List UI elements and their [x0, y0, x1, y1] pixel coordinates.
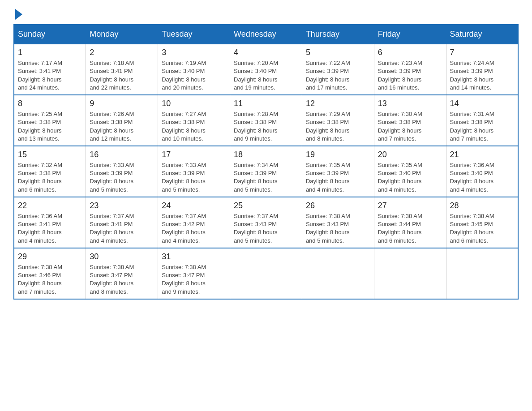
day-sunset: Sunset: 3:41 PM — [18, 221, 61, 227]
day-daylight-line2: and 17 minutes. — [306, 84, 348, 91]
day-daylight-line2: and 8 minutes. — [306, 135, 344, 142]
weekday-tuesday: Tuesday — [158, 25, 230, 44]
day-daylight-line1: Daylight: 8 hours — [162, 178, 206, 184]
day-number: 30 — [90, 251, 154, 262]
day-daylight-line1: Daylight: 8 hours — [378, 229, 422, 235]
day-daylight-line1: Daylight: 8 hours — [162, 229, 206, 235]
calendar-cell: 6 Sunrise: 7:23 AM Sunset: 3:39 PM Dayli… — [374, 44, 446, 95]
day-number: 23 — [90, 200, 154, 211]
day-sunrise: Sunrise: 7:26 AM — [90, 111, 134, 117]
weekday-sunday: Sunday — [14, 25, 86, 44]
day-daylight-line2: and 10 minutes. — [162, 135, 203, 142]
day-number: 26 — [306, 200, 370, 211]
day-number: 12 — [306, 98, 370, 109]
day-sunrise: Sunrise: 7:33 AM — [162, 162, 206, 168]
day-number: 11 — [234, 98, 298, 109]
day-sunrise: Sunrise: 7:31 AM — [450, 111, 494, 117]
day-sunset: Sunset: 3:42 PM — [162, 221, 205, 227]
calendar-cell: 31 Sunrise: 7:38 AM Sunset: 3:47 PM Dayl… — [158, 248, 230, 299]
day-number: 21 — [450, 149, 514, 160]
day-sunrise: Sunrise: 7:38 AM — [378, 213, 422, 219]
day-sunset: Sunset: 3:38 PM — [18, 170, 61, 176]
weekday-monday: Monday — [86, 25, 158, 44]
week-row-4: 22 Sunrise: 7:36 AM Sunset: 3:41 PM Dayl… — [14, 197, 518, 248]
day-sunset: Sunset: 3:38 PM — [18, 119, 61, 125]
day-sunrise: Sunrise: 7:38 AM — [18, 264, 62, 270]
calendar-cell: 10 Sunrise: 7:27 AM Sunset: 3:38 PM Dayl… — [158, 95, 230, 146]
day-number: 7 — [450, 47, 514, 58]
day-daylight-line2: and 7 minutes. — [378, 135, 416, 142]
day-sunrise: Sunrise: 7:33 AM — [90, 162, 134, 168]
day-daylight-line2: and 14 minutes. — [450, 84, 492, 91]
day-sunset: Sunset: 3:38 PM — [234, 119, 277, 125]
day-number: 6 — [378, 47, 442, 58]
day-daylight-line1: Daylight: 8 hours — [18, 127, 62, 134]
day-daylight-line2: and 7 minutes. — [450, 135, 488, 142]
day-daylight-line2: and 9 minutes. — [162, 288, 200, 295]
day-sunrise: Sunrise: 7:28 AM — [234, 111, 278, 117]
calendar-cell: 4 Sunrise: 7:20 AM Sunset: 3:40 PM Dayli… — [230, 44, 302, 95]
day-sunset: Sunset: 3:38 PM — [90, 119, 133, 125]
day-sunset: Sunset: 3:39 PM — [306, 170, 349, 176]
day-daylight-line1: Daylight: 8 hours — [378, 76, 422, 83]
day-sunrise: Sunrise: 7:22 AM — [306, 60, 350, 66]
week-row-1: 1 Sunrise: 7:17 AM Sunset: 3:41 PM Dayli… — [14, 44, 518, 95]
calendar-cell: 22 Sunrise: 7:36 AM Sunset: 3:41 PM Dayl… — [14, 197, 86, 248]
weekday-header-row: SundayMondayTuesdayWednesdayThursdayFrid… — [14, 25, 518, 44]
day-sunrise: Sunrise: 7:30 AM — [378, 111, 422, 117]
day-sunrise: Sunrise: 7:36 AM — [18, 213, 62, 219]
day-sunrise: Sunrise: 7:24 AM — [450, 60, 494, 66]
day-daylight-line1: Daylight: 8 hours — [162, 280, 206, 287]
day-sunset: Sunset: 3:44 PM — [378, 221, 421, 227]
day-number: 28 — [450, 200, 514, 211]
calendar-cell: 9 Sunrise: 7:26 AM Sunset: 3:38 PM Dayli… — [86, 95, 158, 146]
calendar-cell: 1 Sunrise: 7:17 AM Sunset: 3:41 PM Dayli… — [14, 44, 86, 95]
weekday-thursday: Thursday — [302, 25, 374, 44]
day-number: 13 — [378, 98, 442, 109]
day-sunset: Sunset: 3:45 PM — [450, 221, 493, 227]
day-daylight-line2: and 16 minutes. — [378, 84, 420, 91]
day-daylight-line1: Daylight: 8 hours — [90, 127, 133, 134]
day-sunrise: Sunrise: 7:37 AM — [234, 213, 278, 219]
day-daylight-line1: Daylight: 8 hours — [306, 229, 350, 235]
day-daylight-line1: Daylight: 8 hours — [450, 76, 494, 83]
day-number: 19 — [306, 149, 370, 160]
weekday-friday: Friday — [374, 25, 446, 44]
calendar-cell: 14 Sunrise: 7:31 AM Sunset: 3:38 PM Dayl… — [446, 95, 518, 146]
day-number: 4 — [234, 47, 298, 58]
calendar-cell: 30 Sunrise: 7:38 AM Sunset: 3:47 PM Dayl… — [86, 248, 158, 299]
day-daylight-line1: Daylight: 8 hours — [234, 76, 278, 83]
day-sunrise: Sunrise: 7:36 AM — [450, 162, 494, 168]
day-daylight-line2: and 5 minutes. — [162, 186, 200, 193]
day-sunset: Sunset: 3:39 PM — [378, 68, 421, 74]
day-daylight-line1: Daylight: 8 hours — [378, 178, 422, 184]
day-sunset: Sunset: 3:39 PM — [306, 68, 349, 74]
day-number: 5 — [306, 47, 370, 58]
day-number: 14 — [450, 98, 514, 109]
day-daylight-line1: Daylight: 8 hours — [18, 280, 62, 287]
calendar-cell: 5 Sunrise: 7:22 AM Sunset: 3:39 PM Dayli… — [302, 44, 374, 95]
day-sunset: Sunset: 3:40 PM — [378, 170, 421, 176]
calendar-cell: 27 Sunrise: 7:38 AM Sunset: 3:44 PM Dayl… — [374, 197, 446, 248]
day-daylight-line1: Daylight: 8 hours — [18, 76, 62, 83]
day-daylight-line2: and 4 minutes. — [378, 186, 416, 193]
day-sunrise: Sunrise: 7:23 AM — [378, 60, 422, 66]
day-sunset: Sunset: 3:39 PM — [234, 170, 277, 176]
day-daylight-line2: and 5 minutes. — [306, 237, 344, 244]
weekday-wednesday: Wednesday — [230, 25, 302, 44]
day-sunset: Sunset: 3:43 PM — [234, 221, 277, 227]
day-daylight-line1: Daylight: 8 hours — [18, 229, 62, 235]
calendar-table: SundayMondayTuesdayWednesdayThursdayFrid… — [13, 24, 519, 300]
day-daylight-line2: and 4 minutes. — [450, 186, 488, 193]
day-sunrise: Sunrise: 7:35 AM — [306, 162, 350, 168]
day-number: 24 — [162, 200, 226, 211]
day-daylight-line2: and 9 minutes. — [234, 135, 272, 142]
page-header — [13, 9, 519, 20]
day-sunset: Sunset: 3:39 PM — [90, 170, 133, 176]
day-sunrise: Sunrise: 7:38 AM — [306, 213, 350, 219]
day-sunrise: Sunrise: 7:37 AM — [90, 213, 134, 219]
calendar-cell: 16 Sunrise: 7:33 AM Sunset: 3:39 PM Dayl… — [86, 146, 158, 197]
day-sunset: Sunset: 3:41 PM — [90, 68, 133, 74]
calendar-cell: 3 Sunrise: 7:19 AM Sunset: 3:40 PM Dayli… — [158, 44, 230, 95]
day-number: 17 — [162, 149, 226, 160]
